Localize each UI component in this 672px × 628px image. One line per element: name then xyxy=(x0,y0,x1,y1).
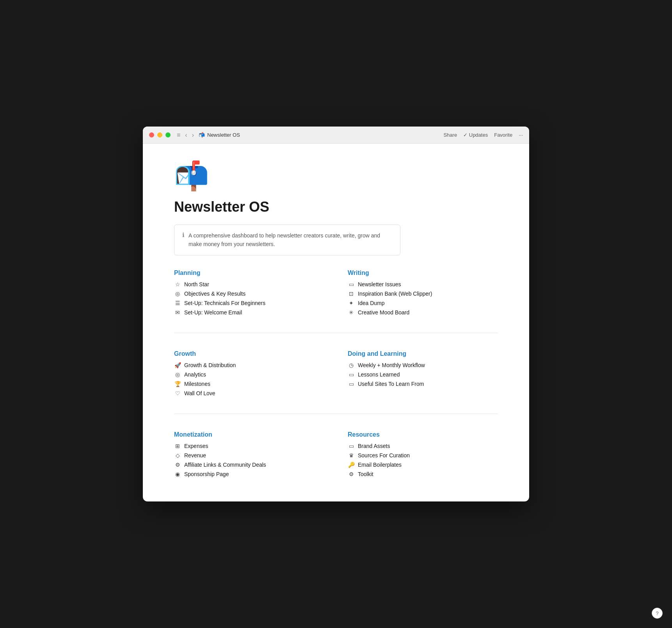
list-item[interactable]: ⊞ Expenses xyxy=(174,443,324,449)
section-writing-title: Writing xyxy=(348,269,498,277)
list-item[interactable]: ♡ Wall Of Love xyxy=(174,390,324,396)
list-item[interactable]: ◉ Sponsorship Page xyxy=(174,471,324,477)
section-resources-items: ▭ Brand Assets ♛ Sources For Curation 🔑 … xyxy=(348,443,498,477)
list-icon: ☰ xyxy=(174,300,181,306)
list-item[interactable]: 🚀 Growth & Distribution xyxy=(174,362,324,368)
list-item[interactable]: 🔑 Email Boilerplates xyxy=(348,462,498,468)
traffic-lights xyxy=(149,132,171,137)
item-label: Analytics xyxy=(184,371,206,378)
item-label: Inspiration Bank (Web Clipper) xyxy=(358,291,432,297)
section-doing-learning-items: ◷ Weekly + Monthly Workflow ▭ Lessons Le… xyxy=(348,362,498,387)
section-resources: Resources ▭ Brand Assets ♛ Sources For C… xyxy=(348,431,498,477)
favorite-button[interactable]: Favorite xyxy=(494,132,512,138)
more-button[interactable]: ··· xyxy=(519,132,523,138)
section-growth: Growth 🚀 Growth & Distribution ◎ Analyti… xyxy=(174,350,324,396)
item-label: Sources For Curation xyxy=(358,452,410,459)
list-item[interactable]: ♛ Sources For Curation xyxy=(348,452,498,459)
analytics-icon: ◎ xyxy=(174,371,181,378)
list-item[interactable]: ◇ Revenue xyxy=(174,452,324,459)
item-label: Toolkit xyxy=(358,471,373,477)
item-label: Objectives & Key Results xyxy=(184,291,245,297)
list-item[interactable]: ▭ Useful Sites To Learn From xyxy=(348,381,498,387)
lessons-icon: ▭ xyxy=(348,371,355,378)
item-label: Brand Assets xyxy=(358,443,390,449)
list-item[interactable]: ▭ Newsletter Issues xyxy=(348,281,498,287)
list-item[interactable]: ▭ Brand Assets xyxy=(348,443,498,449)
key-icon: 🔑 xyxy=(348,462,355,468)
page-icon: 📬 xyxy=(199,132,205,138)
target-icon: ◎ xyxy=(174,291,181,297)
sidebar-toggle-button[interactable]: ≡ xyxy=(175,131,182,139)
titlebar: ≡ ‹ › 📬 Newsletter OS Share ✓ Updates Fa… xyxy=(143,127,529,144)
sponsorship-icon: ◉ xyxy=(174,471,181,477)
list-item[interactable]: ✦ Idea Dump xyxy=(348,300,498,306)
maximize-button[interactable] xyxy=(165,132,171,137)
item-label: Lessons Learned xyxy=(358,371,400,378)
updates-button[interactable]: ✓ Updates xyxy=(463,132,488,138)
item-label: Sponsorship Page xyxy=(184,471,229,477)
section-writing: Writing ▭ Newsletter Issues ⊡ Inspiratio… xyxy=(348,269,498,316)
item-label: Weekly + Monthly Workflow xyxy=(358,362,425,368)
item-label: Affiliate Links & Community Deals xyxy=(184,462,266,468)
list-item[interactable]: ✉ Set-Up: Welcome Email xyxy=(174,309,324,316)
breadcrumb-text: Newsletter OS xyxy=(207,132,240,138)
info-icon: ℹ xyxy=(182,232,185,239)
share-button[interactable]: Share xyxy=(443,132,457,138)
section-resources-title: Resources xyxy=(348,431,498,438)
revenue-icon: ◇ xyxy=(174,452,181,459)
section-monetization-title: Monetization xyxy=(174,431,324,438)
list-item[interactable]: ✳ Creative Mood Board xyxy=(348,309,498,316)
back-button[interactable]: ‹ xyxy=(183,131,188,139)
section-growth-title: Growth xyxy=(174,350,324,357)
item-label: Useful Sites To Learn From xyxy=(358,381,424,387)
toolkit-icon: ⚙ xyxy=(348,471,355,477)
item-label: Idea Dump xyxy=(358,300,384,306)
page-cover-icon: 📬 xyxy=(174,159,498,193)
list-item[interactable]: ⚙ Toolkit xyxy=(348,471,498,477)
list-item[interactable]: ☰ Set-Up: Technicals For Beginners xyxy=(174,300,324,306)
nav-buttons: ≡ ‹ › xyxy=(175,131,196,139)
idea-icon: ✦ xyxy=(348,300,355,306)
list-item[interactable]: ⚙ Affiliate Links & Community Deals xyxy=(174,462,324,468)
list-item[interactable]: ◷ Weekly + Monthly Workflow xyxy=(348,362,498,368)
trophy-icon: 🏆 xyxy=(174,381,181,387)
list-item[interactable]: ◎ Analytics xyxy=(174,371,324,378)
brand-assets-icon: ▭ xyxy=(348,443,355,449)
section-growth-items: 🚀 Growth & Distribution ◎ Analytics 🏆 Mi… xyxy=(174,362,324,396)
list-item[interactable]: ☆ North Star xyxy=(174,281,324,287)
section-planning-items: ☆ North Star ◎ Objectives & Key Results … xyxy=(174,281,324,316)
item-label: Revenue xyxy=(184,452,206,459)
star-icon: ☆ xyxy=(174,281,181,287)
app-window: ≡ ‹ › 📬 Newsletter OS Share ✓ Updates Fa… xyxy=(143,127,529,501)
mood-board-icon: ✳ xyxy=(348,309,355,316)
expenses-icon: ⊞ xyxy=(174,443,181,449)
item-label: Email Boilerplates xyxy=(358,462,402,468)
close-button[interactable] xyxy=(149,132,154,137)
section-monetization-items: ⊞ Expenses ◇ Revenue ⚙ Affiliate Links &… xyxy=(174,443,324,477)
item-label: Milestones xyxy=(184,381,210,387)
affiliate-icon: ⚙ xyxy=(174,462,181,468)
crown-icon: ♛ xyxy=(348,452,355,459)
list-item[interactable]: ⊡ Inspiration Bank (Web Clipper) xyxy=(348,291,498,297)
heart-icon: ♡ xyxy=(174,390,181,396)
list-item[interactable]: ▭ Lessons Learned xyxy=(348,371,498,378)
item-label: Newsletter Issues xyxy=(358,281,401,287)
section-monetization: Monetization ⊞ Expenses ◇ Revenue ⚙ Affi… xyxy=(174,431,324,477)
list-item[interactable]: ◎ Objectives & Key Results xyxy=(174,291,324,297)
minimize-button[interactable] xyxy=(157,132,162,137)
item-label: Set-Up: Welcome Email xyxy=(184,309,242,316)
inbox-icon: ⊡ xyxy=(348,291,355,297)
item-label: Creative Mood Board xyxy=(358,309,409,316)
sections-grid: Planning ☆ North Star ◎ Objectives & Key… xyxy=(174,269,498,477)
item-label: Expenses xyxy=(184,443,208,449)
folder-icon: ▭ xyxy=(348,381,355,387)
rocket-icon: 🚀 xyxy=(174,362,181,368)
section-writing-items: ▭ Newsletter Issues ⊡ Inspiration Bank (… xyxy=(348,281,498,316)
section-planning: Planning ☆ North Star ◎ Objectives & Key… xyxy=(174,269,324,316)
forward-button[interactable]: › xyxy=(190,131,196,139)
item-label: North Star xyxy=(184,281,209,287)
info-box: ℹ A comprehensive dashboard to help news… xyxy=(174,225,400,255)
list-item[interactable]: 🏆 Milestones xyxy=(174,381,324,387)
page-title: Newsletter OS xyxy=(174,199,498,215)
mail-icon: ✉ xyxy=(174,309,181,316)
